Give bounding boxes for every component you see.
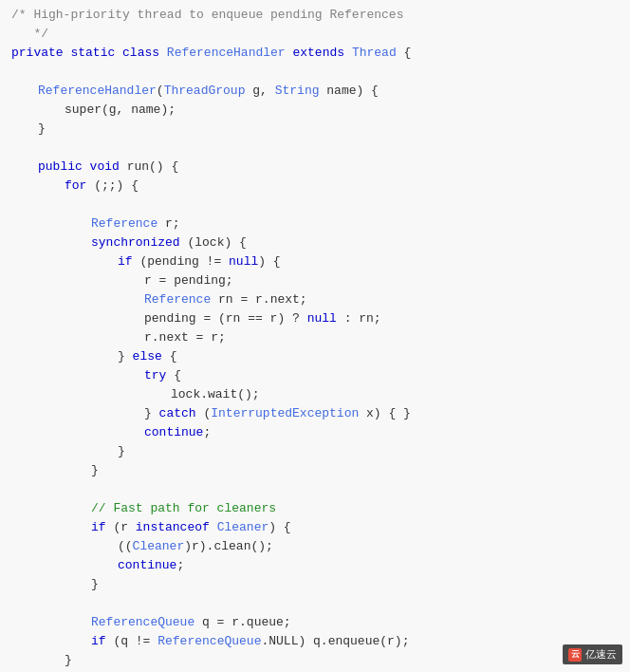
code-line: for (;;) { — [0, 177, 630, 196]
code-token: .NULL) q.enqueue(r); — [261, 632, 409, 651]
code-token: (( — [118, 537, 133, 556]
code-line: public void run() { — [0, 158, 630, 177]
code-token: )r).clean(); — [184, 537, 273, 556]
code-token: Reference — [91, 215, 158, 233]
watermark: 云 亿速云 — [563, 644, 622, 664]
code-container: /* High-priority thread to enqueue pendi… — [0, 0, 630, 672]
code-line: super(g, name); — [0, 101, 630, 120]
code-token: else — [133, 347, 162, 366]
code-line: if (pending != null) { — [0, 252, 630, 271]
code-line: } else { — [0, 347, 630, 366]
code-token: ) { — [258, 252, 280, 271]
code-token: null — [229, 252, 258, 271]
code-token — [210, 518, 217, 537]
code-token: Cleaner — [217, 518, 269, 537]
code-token: if — [91, 518, 113, 537]
code-token: { — [397, 44, 412, 63]
code-token: (q != — [113, 632, 158, 651]
code-token: } — [118, 442, 125, 461]
code-line: } — [0, 442, 630, 461]
code-token: ReferenceQueue — [91, 613, 195, 632]
code-line: } catch (InterruptedException x) { } — [0, 404, 630, 423]
code-token: null — [307, 309, 337, 328]
code-token: if — [118, 252, 139, 271]
code-token: /* High-priority thread to enqueue pendi… — [11, 6, 403, 25]
code-token: instanceof — [136, 518, 210, 537]
code-token: class — [122, 44, 167, 63]
watermark-text: 亿速云 — [585, 647, 617, 662]
code-token: */ — [11, 25, 48, 44]
code-line: if (q != ReferenceQueue.NULL) q.enqueue(… — [0, 632, 630, 651]
code-line: ReferenceHandler(ThreadGroup g, String n… — [0, 82, 630, 101]
code-line — [0, 594, 630, 613]
code-line: continue; — [0, 423, 630, 442]
watermark-logo: 云 — [568, 648, 582, 662]
code-token: if — [91, 632, 113, 651]
code-line: } — [0, 461, 630, 480]
code-token: private — [11, 44, 70, 63]
code-token: r = pending; — [144, 271, 233, 290]
code-token: } — [65, 651, 72, 670]
code-line: pending = (rn == r) ? null : rn; — [0, 309, 630, 328]
code-token: r; — [158, 215, 179, 233]
code-line: try { — [0, 366, 630, 385]
code-line: synchronized (lock) { — [0, 233, 630, 252]
code-token: try — [144, 366, 166, 385]
code-token: Reference — [144, 290, 211, 309]
code-line: r.next = r; — [0, 328, 630, 347]
code-token: ; — [176, 556, 184, 575]
code-line — [0, 480, 630, 499]
code-line — [0, 139, 630, 158]
code-token: pending = (rn == r) ? — [144, 309, 307, 328]
code-token: ; — [203, 423, 211, 442]
code-line: Reference r; — [0, 215, 630, 233]
code-token: extends — [292, 44, 351, 63]
code-token: ReferenceQueue — [158, 632, 261, 651]
code-line: } — [0, 651, 630, 670]
code-token: String — [275, 82, 320, 101]
code-token: (pending != — [139, 252, 229, 271]
code-token: Cleaner — [133, 537, 185, 556]
code-token: } — [144, 404, 159, 423]
code-token: static — [70, 44, 122, 63]
code-line: private static class ReferenceHandler ex… — [0, 44, 630, 63]
code-token: Thread — [352, 44, 397, 63]
code-line: ((Cleaner)r).clean(); — [0, 537, 630, 556]
code-token: x) { } — [359, 404, 411, 423]
code-line: } — [0, 575, 630, 594]
code-token: public — [38, 158, 90, 177]
code-token: ThreadGroup — [164, 82, 246, 101]
code-token: ( — [157, 82, 164, 101]
code-token: { — [162, 347, 177, 366]
code-line: r = pending; — [0, 271, 630, 290]
code-token: super(g, name); — [65, 101, 176, 120]
code-token: : rn; — [337, 309, 381, 328]
code-token: } — [38, 120, 46, 139]
code-line: lock.wait(); — [0, 385, 630, 404]
code-token: ( — [196, 404, 212, 423]
code-line — [0, 196, 630, 215]
code-token: continue — [144, 423, 203, 442]
code-token: } — [91, 575, 99, 594]
code-token: { — [166, 366, 181, 385]
code-line: continue; — [0, 556, 630, 575]
code-token: ) { — [269, 518, 290, 537]
code-token: (;;) { — [94, 177, 139, 196]
code-token: name) { — [320, 82, 379, 101]
code-line — [0, 63, 630, 82]
code-token: ReferenceHandler — [38, 82, 157, 101]
code-token: g, — [245, 82, 274, 101]
code-token: synchronized — [91, 233, 187, 252]
code-token: rn = r.next; — [211, 290, 306, 309]
code-line: ReferenceQueue q = r.queue; — [0, 613, 630, 632]
code-token: // Fast path for cleaners — [91, 499, 276, 518]
code-token: for — [65, 177, 94, 196]
code-line: Reference rn = r.next; — [0, 290, 630, 309]
code-token: ReferenceHandler — [167, 44, 293, 63]
code-token: continue — [118, 556, 176, 575]
code-token: catch — [159, 404, 196, 423]
code-token: (r — [113, 518, 135, 537]
code-token: run() { — [127, 158, 179, 177]
code-line: /* High-priority thread to enqueue pendi… — [0, 6, 630, 25]
code-token: lock.wait(); — [171, 385, 260, 404]
